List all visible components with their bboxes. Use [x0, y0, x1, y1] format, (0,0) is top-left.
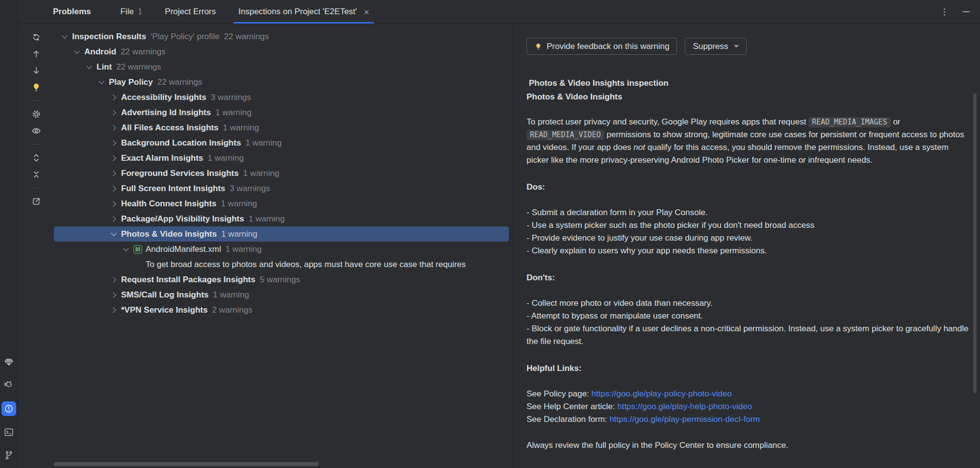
link-prefix: See Help Center article:: [527, 402, 617, 411]
expand-icon: [31, 153, 41, 163]
previous-problem-button[interactable]: [30, 48, 42, 60]
tree-row-label: Background Location Insights: [121, 138, 241, 148]
warning-count: 22 warnings: [157, 77, 202, 87]
indent: [60, 74, 97, 90]
tree-row[interactable]: Advertising Id Insights1 warning: [54, 105, 513, 120]
chevron-down-icon[interactable]: [72, 51, 82, 53]
export-button[interactable]: [30, 196, 42, 207]
chevron-right-icon[interactable]: [109, 278, 119, 282]
tab-label: Inspections on Project 'E2ETest': [238, 7, 357, 17]
tree-row[interactable]: Request Install Packages Insights5 warni…: [54, 272, 513, 287]
gear-icon: [31, 109, 41, 119]
profile-suffix: 'Play Policy' profile: [151, 32, 220, 42]
expand-all-button[interactable]: [30, 152, 42, 164]
chevron-right-icon[interactable]: [109, 96, 119, 99]
close-icon[interactable]: ×: [364, 7, 369, 17]
link-prefix: See Policy page:: [527, 389, 591, 398]
tree-row[interactable]: Accessibility Insights3 warnings: [54, 90, 513, 105]
tree-row[interactable]: Photos & Video Insights1 warning: [54, 226, 509, 242]
rerun-inspection-button[interactable]: [30, 31, 42, 43]
chevron-right-icon[interactable]: [109, 202, 119, 206]
gem-tool-button[interactable]: [2, 355, 16, 369]
indent: [60, 181, 109, 196]
chevron-right-icon[interactable]: [109, 308, 119, 312]
cat-tool-button[interactable]: [2, 378, 16, 392]
indent: [60, 211, 109, 226]
provide-feedback-button[interactable]: Provide feedback on this warning: [527, 38, 677, 55]
terminal-tool-button[interactable]: [2, 425, 16, 439]
hyperlink[interactable]: https://goo.gle/play-permission-decl-for…: [609, 415, 760, 424]
problems-tool-button[interactable]: [1, 401, 16, 416]
tab-label: File: [120, 7, 133, 17]
tool-window-title: Problems: [53, 7, 91, 17]
tree-row-label: AndroidManifest.xml: [146, 245, 221, 254]
warning-count: 22 warnings: [121, 47, 166, 57]
tree-row[interactable]: Android22 warnings: [54, 44, 513, 59]
tree-row[interactable]: Lint22 warnings: [54, 59, 513, 74]
chevron-down-icon[interactable]: [60, 36, 70, 38]
tree-row[interactable]: Package/App Visibility Insights1 warning: [54, 211, 513, 226]
tab-file[interactable]: File 1: [114, 0, 148, 24]
indent: [60, 272, 109, 287]
next-problem-button[interactable]: [30, 65, 42, 76]
permission-code-chip: READ_MEDIA_IMAGES: [808, 117, 891, 127]
tab-inspections-on-project[interactable]: Inspections on Project 'E2ETest' ×: [232, 0, 375, 24]
chevron-right-icon[interactable]: [109, 111, 119, 115]
tree-row[interactable]: Foreground Services Insights1 warning: [54, 166, 513, 181]
tab-project-errors[interactable]: Project Errors: [159, 0, 222, 24]
manifest-file-icon: M: [133, 245, 142, 254]
tree-row[interactable]: Play Policy22 warnings: [54, 74, 513, 90]
chevron-right-icon[interactable]: [109, 172, 119, 175]
tree-row[interactable]: Full Screen Intent Insights3 warnings: [54, 181, 513, 196]
quick-fixes-button[interactable]: [30, 81, 42, 93]
suppress-dropdown-button[interactable]: Suppress: [685, 38, 747, 55]
chevron-down-icon[interactable]: [84, 66, 94, 68]
chevron-down-icon[interactable]: [97, 81, 106, 83]
indent: [60, 44, 72, 59]
suppress-label: Suppress: [693, 42, 728, 51]
tree-row-label: Package/App Visibility Insights: [121, 214, 244, 224]
chevron-right-icon[interactable]: [109, 156, 119, 160]
tree-row[interactable]: Health Connect Insights1 warning: [54, 196, 513, 211]
tree-row[interactable]: SMS/Call Log Insights1 warning: [54, 287, 513, 302]
more-options-icon[interactable]: [937, 4, 952, 19]
warning-count: 1 warning: [226, 245, 262, 254]
link-line: See Help Center article: https://goo.gle…: [527, 400, 971, 413]
tree-row[interactable]: To get broad access to photos and videos…: [54, 257, 513, 272]
warning-count: 3 warnings: [230, 184, 270, 194]
inspection-details-panel: Provide feedback on this warning Suppres…: [513, 24, 980, 468]
preview-problem-button[interactable]: [30, 125, 42, 137]
chevron-down-icon[interactable]: [109, 233, 119, 235]
chevron-right-icon[interactable]: [109, 187, 119, 191]
tree-row[interactable]: *VPN Service Insights2 warnings: [54, 302, 513, 318]
tree-row[interactable]: MAndroidManifest.xml1 warning: [54, 242, 513, 257]
warning-count: 1 warning: [243, 169, 279, 178]
tree-row-label: Android: [84, 47, 116, 57]
tree-horizontal-scrollbar[interactable]: [54, 462, 319, 466]
git-branch-tool-button[interactable]: [2, 448, 16, 462]
indent: [60, 196, 109, 211]
chevron-right-icon[interactable]: [109, 293, 119, 297]
tree-row-label: Photos & Video Insights: [121, 229, 217, 239]
tree-row-label: Lint: [97, 62, 112, 72]
hyperlink[interactable]: https://goo.gle/play-policy-photo-video: [591, 389, 731, 398]
tree-row[interactable]: All Files Access Insights1 warning: [54, 120, 513, 135]
tree-row-label: Request Install Packages Insights: [121, 275, 255, 285]
warning-count: 22 warnings: [224, 32, 269, 42]
link-line: See Declaration form: https://goo.gle/pl…: [527, 413, 971, 426]
tree-row[interactable]: Exact Alarm Insights1 warning: [54, 150, 513, 166]
hide-tool-window-icon[interactable]: [958, 4, 973, 19]
inspection-settings-button[interactable]: [30, 108, 42, 120]
tree-row[interactable]: Background Location Insights1 warning: [54, 135, 513, 150]
chevron-right-icon[interactable]: [109, 126, 119, 130]
details-vertical-scrollbar[interactable]: [973, 93, 977, 393]
collapse-all-button[interactable]: [30, 169, 42, 180]
chevron-right-icon[interactable]: [109, 217, 119, 221]
chevron-right-icon[interactable]: [109, 141, 119, 145]
hyperlink[interactable]: https://goo.gle/play-help-photo-video: [617, 402, 752, 411]
chevron-down-icon[interactable]: [121, 248, 131, 250]
donts-heading: Don'ts:: [527, 271, 971, 284]
warning-count: 1 warning: [221, 199, 257, 209]
links-list: See Policy page: https://goo.gle/play-po…: [527, 388, 971, 426]
tree-row[interactable]: Inspection Results'Play Policy' profile2…: [54, 29, 513, 44]
